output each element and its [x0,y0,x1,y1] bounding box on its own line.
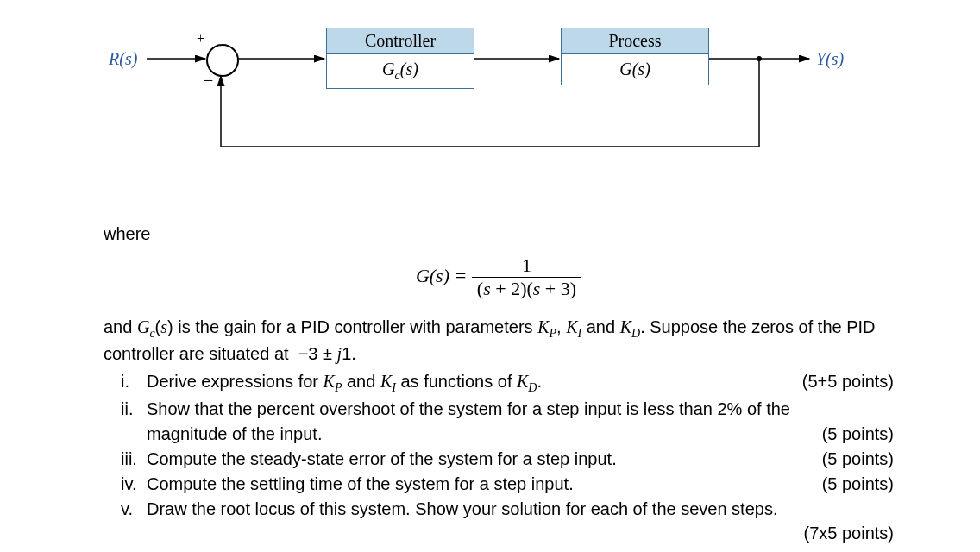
input-label: R(s) [109,49,137,69]
list-item: iii. Compute the steady-state error of t… [104,447,894,472]
item-points [880,497,894,522]
item-text: Compute the settling time of the system … [147,472,808,497]
eq-num: 1 [472,254,581,278]
item-points: (5 points) [808,447,894,472]
where-label: where [104,224,894,244]
list-item: v. Draw the root locus of this system. S… [104,497,894,522]
block-diagram: R(s) Y(s) + − Controller Gc(s) Process G… [104,17,880,164]
item-marker: iii. [104,447,147,472]
item-points: (5 points) [808,472,894,497]
process-body: G(s) [562,54,708,85]
item-text: Compute the steady-state error of the sy… [147,447,808,472]
list-item: ii. Show that the percent overshoot of t… [104,397,894,447]
process-block: Process G(s) [561,28,709,85]
item-text: Draw the root locus of this system. Show… [147,497,880,522]
controller-header: Controller [327,28,474,54]
minus-sign: − [204,71,213,91]
controller-body: Gc(s) [327,54,474,88]
question-list: i. Derive expressions for KP and KI as f… [104,369,894,522]
item-text: Derive expressions for KP and KI as func… [147,369,788,397]
eq-den: (s + 2)(s + 3) [472,278,581,300]
paragraph: and Gc(s) is the gain for a PID controll… [104,316,894,366]
item-points: (5 points) [808,422,894,447]
svg-point-7 [757,56,762,61]
item-marker: i. [104,369,147,397]
item-marker: ii. [104,397,147,447]
list-item: i. Derive expressions for KP and KI as f… [104,369,894,397]
item-points: (5+5 points) [788,369,894,397]
item-marker: v. [104,497,147,522]
item-text: Show that the percent overshoot of the s… [147,397,808,447]
output-label: Y(s) [816,49,844,69]
item-marker: iv. [104,472,147,497]
trailing-points: (7x5 points) [104,524,894,543]
list-item: iv. Compute the settling time of the sys… [104,472,894,497]
plant-equation: G(s) = 1 (s + 2)(s + 3) [104,254,894,300]
controller-block: Controller Gc(s) [326,28,474,89]
plus-sign: + [197,31,204,47]
page: R(s) Y(s) + − Controller Gc(s) Process G… [0,0,980,552]
diagram-lines [104,17,880,172]
process-header: Process [562,28,708,54]
